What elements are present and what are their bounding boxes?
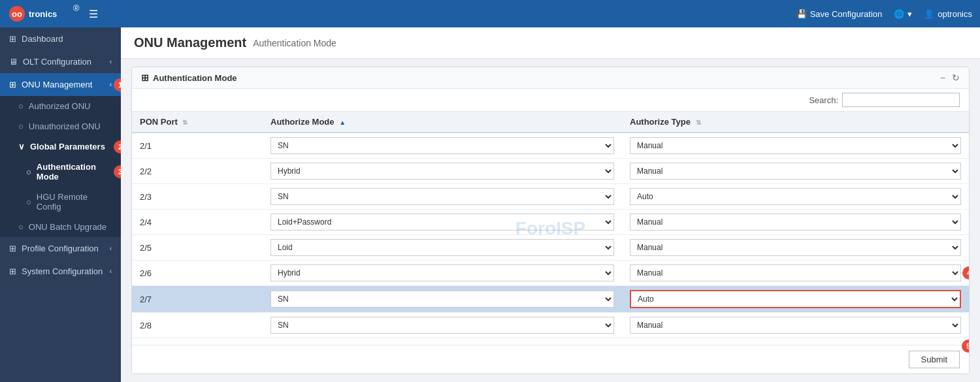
chevron-icon: ‹ bbox=[110, 58, 112, 65]
auth-type-cell[interactable]: ManualAuto bbox=[622, 133, 969, 159]
profile-icon: ⊞ bbox=[9, 244, 16, 253]
auth-mode-cell[interactable]: SNHybridLoid+PasswordLoidLoid+SNPassword bbox=[263, 133, 622, 159]
sidebar-item-label: OLT Configuration bbox=[23, 57, 91, 67]
sidebar-item-olt-config[interactable]: 🖥 OLT Configuration ‹ bbox=[0, 50, 121, 73]
sidebar-item-onu-mgmt[interactable]: ⊞ ONU Management ‹ 1 bbox=[0, 73, 121, 96]
auth-mode-card: ⊞ Authentication Mode − ↻ Search: ForoIS… bbox=[131, 67, 970, 374]
auth-mode-select[interactable]: SNHybridLoid+PasswordLoidLoid+SNPassword bbox=[270, 317, 614, 334]
auth-type-select[interactable]: ManualAuto bbox=[630, 137, 961, 154]
auth-mode-cell[interactable]: SNHybridLoid+PasswordLoidLoid+SNPassword bbox=[263, 210, 622, 235]
username-label: optronics bbox=[938, 9, 972, 19]
page-header: ONU Management Authentication Mode bbox=[121, 27, 980, 59]
auth-mode-select[interactable]: SNHybridLoid+PasswordLoidLoid+SNPassword bbox=[270, 214, 614, 231]
sidebar-item-auth-mode[interactable]: ○ Authentication Mode 3 bbox=[0, 157, 121, 187]
auth-type-select[interactable]: ManualAuto bbox=[630, 239, 961, 256]
auth-mode-select[interactable]: SNHybridLoid+PasswordLoidLoid+SNPassword bbox=[270, 137, 614, 154]
pon-port-cell: 2/3 bbox=[132, 184, 263, 210]
sidebar-item-system-config[interactable]: ⊞ System Configuration ‹ bbox=[0, 260, 121, 283]
auth-mode-table: PON Port ⇅ Authorize Mode ▲ Authorize Ty… bbox=[132, 112, 969, 338]
auth-type-cell[interactable]: ManualAuto bbox=[622, 210, 969, 235]
table-row: 2/8SNHybridLoid+PasswordLoidLoid+SNPassw… bbox=[132, 313, 969, 338]
auth-type-cell[interactable]: ManualAuto4 bbox=[622, 261, 969, 286]
save-config-button[interactable]: 💾 Save Configuration bbox=[796, 9, 883, 19]
sidebar-item-label: ONU Management bbox=[22, 80, 92, 89]
system-icon: ⊞ bbox=[9, 266, 16, 276]
save-config-label: Save Configuration bbox=[810, 9, 883, 19]
circle-icon: ○ bbox=[26, 197, 31, 207]
auth-mode-select[interactable]: SNHybridLoid+PasswordLoidLoid+SNPassword bbox=[270, 188, 614, 205]
table-body: 2/1SNHybridLoid+PasswordLoidLoid+SNPassw… bbox=[132, 133, 969, 338]
save-icon: 💾 bbox=[796, 9, 807, 19]
sort-icon: ⇅ bbox=[696, 119, 701, 126]
auth-type-select[interactable]: ManualAuto bbox=[630, 290, 961, 308]
auth-mode-select[interactable]: SNHybridLoid+PasswordLoidLoid+SNPassword bbox=[270, 264, 614, 281]
chevron-icon: ‹ bbox=[110, 245, 112, 252]
auth-mode-cell[interactable]: SNHybridLoid+PasswordLoidLoid+SNPassword bbox=[263, 261, 622, 286]
pon-port-cell: 2/5 bbox=[132, 235, 263, 261]
table-row: 2/3SNHybridLoid+PasswordLoidLoid+SNPassw… bbox=[132, 184, 969, 210]
sidebar-item-authorized-onu[interactable]: ○ Authorized ONU bbox=[0, 96, 121, 116]
onu-icon: ⊞ bbox=[9, 80, 16, 89]
auth-type-select[interactable]: ManualAuto bbox=[630, 264, 961, 281]
auth-mode-select[interactable]: SNHybridLoid+PasswordLoidLoid+SNPassword bbox=[270, 163, 614, 180]
search-bar: Search: bbox=[132, 89, 969, 112]
table-row: 2/7SNHybridLoid+PasswordLoidLoid+SNPassw… bbox=[132, 286, 969, 313]
navbar-left: oo tronics ® ☰ bbox=[8, 5, 98, 23]
auth-mode-select[interactable]: SNHybridLoid+PasswordLoidLoid+SNPassword bbox=[270, 239, 614, 256]
hamburger-icon[interactable]: ☰ bbox=[89, 8, 98, 20]
sort-up-icon: ▲ bbox=[339, 119, 346, 126]
user-menu[interactable]: 👤 optronics bbox=[924, 9, 972, 19]
chevron-down-icon: ∨ bbox=[18, 142, 25, 151]
content-area: ONU Management Authentication Mode ⊞ Aut… bbox=[121, 27, 980, 382]
sidebar-item-label: Authentication Mode bbox=[37, 162, 112, 182]
authorize-type-header[interactable]: Authorize Type ⇅ bbox=[622, 112, 969, 133]
refresh-button[interactable]: ↻ bbox=[952, 72, 960, 83]
auth-mode-select[interactable]: SNHybridLoid+PasswordLoidLoid+SNPassword bbox=[270, 291, 614, 308]
table-row: 2/2SNHybridLoid+PasswordLoidLoid+SNPassw… bbox=[132, 159, 969, 184]
auth-type-cell[interactable]: ManualAuto bbox=[622, 184, 969, 210]
sidebar-item-global-params[interactable]: ∨ Global Parameters 2 bbox=[0, 136, 121, 157]
authorize-mode-header[interactable]: Authorize Mode ▲ bbox=[263, 112, 622, 133]
svg-text:®: ® bbox=[73, 5, 80, 13]
card-title-text: Authentication Mode bbox=[153, 73, 237, 83]
sidebar-item-profile-config[interactable]: ⊞ Profile Configuration ‹ bbox=[0, 237, 121, 260]
auth-mode-cell[interactable]: SNHybridLoid+PasswordLoidLoid+SNPassword bbox=[263, 235, 622, 261]
auth-mode-cell[interactable]: SNHybridLoid+PasswordLoidLoid+SNPassword bbox=[263, 159, 622, 184]
page-title: ONU Management bbox=[134, 35, 246, 50]
auth-type-select[interactable]: ManualAuto bbox=[630, 317, 961, 334]
sidebar-item-onu-batch[interactable]: ○ ONU Batch Upgrade bbox=[0, 217, 121, 237]
pon-port-cell: 2/6 bbox=[132, 261, 263, 286]
authorize-type-label: Authorize Type bbox=[630, 117, 691, 127]
sidebar-item-hgu-remote[interactable]: ○ HGU Remote Config bbox=[0, 187, 121, 217]
authorize-mode-label: Authorize Mode bbox=[270, 117, 335, 127]
pon-port-header[interactable]: PON Port ⇅ bbox=[132, 112, 263, 133]
search-label: Search: bbox=[809, 95, 838, 105]
svg-text:oo: oo bbox=[12, 9, 22, 19]
sidebar: ⊞ Dashboard 🖥 OLT Configuration ‹ ⊞ ONU … bbox=[0, 27, 121, 382]
circle-icon: ○ bbox=[26, 167, 31, 177]
circle-icon: ○ bbox=[18, 222, 24, 232]
auth-type-cell[interactable]: ManualAuto bbox=[622, 235, 969, 261]
navbar-right: 💾 Save Configuration 🌐 ▾ 👤 optronics bbox=[796, 9, 972, 19]
sidebar-item-label: ONU Batch Upgrade bbox=[29, 222, 106, 232]
sidebar-item-label: Profile Configuration bbox=[22, 244, 99, 253]
sidebar-item-dashboard[interactable]: ⊞ Dashboard bbox=[0, 27, 121, 50]
sidebar-item-unauthorized-onu[interactable]: ○ Unauthorized ONU bbox=[0, 116, 121, 136]
auth-type-select[interactable]: ManualAuto bbox=[630, 214, 961, 231]
auth-type-cell[interactable]: ManualAuto bbox=[622, 286, 969, 313]
auth-mode-cell[interactable]: SNHybridLoid+PasswordLoidLoid+SNPassword bbox=[263, 184, 622, 210]
auth-type-select[interactable]: ManualAuto bbox=[630, 188, 961, 205]
language-button[interactable]: 🌐 ▾ bbox=[894, 9, 912, 19]
auth-mode-cell[interactable]: SNHybridLoid+PasswordLoidLoid+SNPassword bbox=[263, 286, 622, 313]
logo: oo tronics ® bbox=[8, 5, 80, 23]
minimize-button[interactable]: − bbox=[940, 72, 945, 83]
auth-type-cell[interactable]: ManualAuto bbox=[622, 159, 969, 184]
auth-type-select[interactable]: ManualAuto bbox=[630, 163, 961, 180]
submit-button[interactable]: Submit bbox=[909, 351, 960, 368]
logo-svg: oo tronics ® bbox=[8, 5, 80, 23]
chevron-icon: ‹ bbox=[110, 81, 112, 88]
auth-type-cell[interactable]: ManualAuto bbox=[622, 313, 969, 338]
auth-mode-cell[interactable]: SNHybridLoid+PasswordLoidLoid+SNPassword bbox=[263, 313, 622, 338]
page-subtitle: Authentication Mode bbox=[253, 38, 336, 48]
search-input[interactable] bbox=[842, 93, 960, 107]
